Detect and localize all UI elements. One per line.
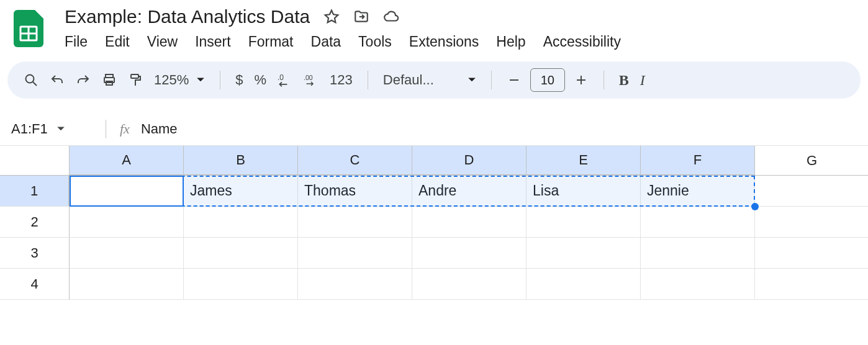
cell-d2[interactable] (412, 207, 527, 238)
zoom-dropdown[interactable]: 125% (154, 72, 205, 88)
svg-text:.00: .00 (304, 74, 313, 81)
cell-f2[interactable] (641, 207, 755, 238)
svg-text:.0: .0 (278, 73, 284, 82)
zoom-value: 125% (154, 72, 189, 88)
redo-button[interactable] (76, 70, 91, 90)
col-head-d[interactable]: D (412, 146, 527, 176)
search-icon[interactable] (24, 70, 38, 90)
menu-edit[interactable]: Edit (105, 34, 130, 50)
cell-e2[interactable] (527, 207, 641, 238)
menu-insert[interactable]: Insert (195, 34, 231, 50)
paint-format-button[interactable] (128, 70, 143, 90)
separator (368, 71, 368, 89)
cell-f1[interactable]: Jennie (641, 176, 755, 207)
cell-e4[interactable] (527, 269, 641, 300)
font-family-dropdown[interactable]: Defaul... (383, 72, 476, 88)
menu-bar: File Edit View Insert Format Data Tools … (65, 34, 621, 50)
decrease-font-button[interactable] (507, 70, 522, 90)
cell-g2[interactable] (755, 207, 868, 238)
menu-extensions[interactable]: Extensions (409, 34, 479, 50)
sheets-logo[interactable] (10, 10, 47, 47)
cell-b1[interactable]: James (184, 176, 298, 207)
cell-c1[interactable]: Thomas (298, 176, 412, 207)
number-format-button[interactable]: 123 (330, 70, 353, 90)
menu-help[interactable]: Help (496, 34, 525, 50)
cell-b2[interactable] (184, 207, 298, 238)
star-icon[interactable] (323, 9, 340, 25)
col-head-b[interactable]: B (184, 146, 298, 176)
cell-a1[interactable]: Name (70, 176, 184, 207)
cell-b3[interactable] (184, 238, 298, 269)
separator (491, 71, 492, 89)
cell-d3[interactable] (412, 238, 527, 269)
percent-button[interactable]: % (255, 70, 267, 90)
cell-d4[interactable] (412, 269, 527, 300)
font-name-label: Defaul... (383, 72, 434, 88)
svg-point-3 (26, 75, 34, 83)
col-head-g[interactable]: G (755, 146, 868, 176)
menu-view[interactable]: View (147, 34, 178, 50)
chevron-down-icon (57, 125, 65, 133)
move-icon[interactable] (353, 9, 369, 25)
menu-accessibility[interactable]: Accessibility (543, 34, 621, 50)
col-head-e[interactable]: E (527, 146, 641, 176)
currency-button[interactable]: $ (235, 70, 243, 90)
col-head-c[interactable]: C (298, 146, 412, 176)
bold-button[interactable]: B (619, 70, 629, 90)
menu-data[interactable]: Data (311, 34, 341, 50)
font-size-input[interactable]: 10 (530, 68, 565, 92)
app-header: Example: Data Analytics Data File Edit V… (0, 0, 868, 50)
col-head-f[interactable]: F (641, 146, 755, 176)
separator (220, 71, 220, 89)
print-button[interactable] (102, 70, 117, 90)
undo-button[interactable] (50, 70, 65, 90)
row-head-4[interactable]: 4 (0, 269, 70, 300)
spreadsheet-grid[interactable]: A B C D E F G 1 Name James Thomas Andre … (0, 146, 868, 300)
cell-e3[interactable] (527, 238, 641, 269)
name-box-value: A1:F1 (11, 121, 48, 137)
cell-f4[interactable] (641, 269, 755, 300)
increase-font-button[interactable] (574, 70, 589, 90)
cell-f3[interactable] (641, 238, 755, 269)
fx-icon: fx (120, 121, 130, 137)
chevron-down-icon (196, 76, 205, 84)
cell-a4[interactable] (70, 269, 184, 300)
cell-g3[interactable] (755, 238, 868, 269)
menu-tools[interactable]: Tools (358, 34, 392, 50)
separator (604, 71, 604, 89)
row-head-2[interactable]: 2 (0, 207, 70, 238)
cloud-status-icon[interactable] (383, 9, 399, 25)
cell-e1[interactable]: Lisa (527, 176, 641, 207)
cell-c3[interactable] (298, 238, 412, 269)
select-all-corner[interactable] (0, 146, 70, 176)
row-head-1[interactable]: 1 (0, 176, 70, 207)
row-head-3[interactable]: 3 (0, 238, 70, 269)
col-head-a[interactable]: A (70, 146, 184, 176)
cell-a3[interactable] (70, 238, 184, 269)
cell-g4[interactable] (755, 269, 868, 300)
chevron-down-icon (468, 76, 476, 84)
toolbar: 125% $ % .0 .00 123 Defaul... 10 B I (7, 61, 861, 99)
document-title[interactable]: Example: Data Analytics Data (65, 6, 310, 27)
formula-bar-row: A1:F1 fx Name (0, 112, 868, 146)
italic-button[interactable]: I (640, 70, 645, 90)
svg-rect-8 (131, 74, 138, 78)
decrease-decimal-button[interactable]: .0 (278, 70, 292, 90)
name-box[interactable]: A1:F1 (0, 121, 106, 137)
cell-a2[interactable] (70, 207, 184, 238)
menu-file[interactable]: File (65, 34, 88, 50)
increase-decimal-button[interactable]: .00 (304, 70, 319, 90)
cell-g1[interactable] (755, 176, 868, 207)
formula-input[interactable]: Name (141, 121, 178, 137)
cell-c4[interactable] (298, 269, 412, 300)
menu-format[interactable]: Format (248, 34, 294, 50)
cell-d1[interactable]: Andre (412, 176, 527, 207)
svg-line-4 (33, 82, 37, 86)
cell-b4[interactable] (184, 269, 298, 300)
cell-c2[interactable] (298, 207, 412, 238)
